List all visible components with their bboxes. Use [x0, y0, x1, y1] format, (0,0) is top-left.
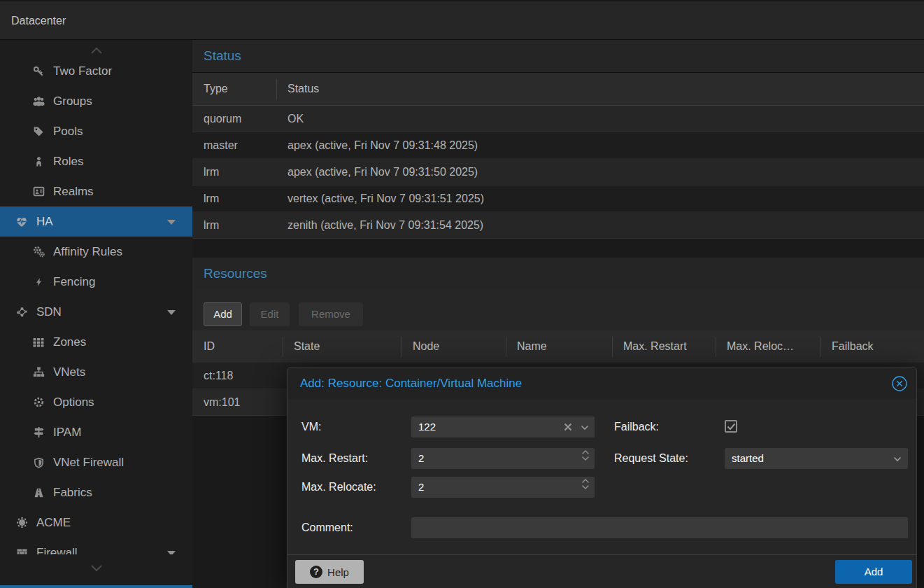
signpost-icon	[32, 426, 45, 439]
proxmox-datacenter-screen: Datacenter Two Factor Groups Pools Roles	[0, 0, 924, 588]
sidebar-item-ipam[interactable]: IPAM	[0, 417, 192, 447]
column-header-max-relocate[interactable]: Max. Reloc…	[727, 330, 794, 363]
sidebar-item-affinity-rules[interactable]: Affinity Rules	[0, 237, 192, 267]
sidebar-item-label: Firewall	[36, 546, 78, 555]
column-header-state[interactable]: State	[294, 330, 320, 363]
max-restart-label: Max. Restart:	[301, 448, 368, 469]
column-divider	[401, 337, 402, 357]
clear-icon[interactable]	[564, 423, 572, 431]
failback-label: Failback:	[614, 416, 659, 438]
failback-checkbox[interactable]	[725, 420, 737, 433]
vm-combobox[interactable]: 122	[411, 416, 595, 438]
cell-id: ct:118	[204, 363, 233, 388]
dialog-add-button[interactable]: Add	[835, 560, 912, 584]
cell-type: lrm	[204, 212, 219, 238]
sidebar-item-firewall[interactable]: Firewall	[0, 538, 192, 554]
spinner-icons[interactable]	[581, 450, 590, 461]
column-header-status[interactable]: Status	[287, 73, 319, 105]
chevron-down-icon[interactable]	[167, 220, 176, 225]
cell-id: vm:101	[204, 389, 240, 415]
sidebar-item-label: Fencing	[53, 275, 95, 289]
comment-label: Comment:	[301, 517, 353, 538]
sidebar-item-two-factor[interactable]: Two Factor	[0, 56, 192, 86]
sidebar-item-label: Zones	[53, 335, 86, 349]
cell-status: OK	[287, 106, 304, 132]
table-row[interactable]: lrm apex (active, Fri Nov 7 09:31:50 202…	[192, 159, 924, 186]
close-icon[interactable]	[891, 375, 908, 392]
column-header-name[interactable]: Name	[517, 330, 547, 363]
sidebar-item-groups[interactable]: Groups	[0, 86, 192, 116]
dialog-title: Add: Resource: Container/Virtual Machine	[300, 368, 522, 399]
remove-button[interactable]: Remove	[299, 302, 363, 326]
dialog-footer-divider	[287, 554, 916, 555]
check-icon	[727, 423, 736, 430]
table-row[interactable]: quorum OK	[192, 106, 924, 132]
max-restart-stepper[interactable]: 2	[411, 448, 595, 469]
sidebar-item-vnet-firewall[interactable]: VNet Firewall	[0, 447, 192, 477]
column-divider	[276, 79, 277, 99]
cell-type: lrm	[204, 186, 219, 211]
chevron-down-icon[interactable]	[167, 310, 176, 315]
sidebar-item-label: SDN	[36, 305, 62, 319]
column-header-node[interactable]: Node	[413, 330, 439, 363]
sidebar-item-label: IPAM	[53, 426, 81, 440]
vm-label: VM:	[301, 416, 321, 438]
sidebar-item-sdn[interactable]: SDN	[0, 297, 192, 327]
column-header-type[interactable]: Type	[204, 73, 228, 105]
sidebar-item-fabrics[interactable]: Fabrics	[0, 477, 192, 507]
chevron-down-icon[interactable]	[167, 551, 176, 554]
table-row[interactable]: lrm vertex (active, Fri Nov 7 09:31:51 2…	[192, 186, 924, 212]
column-header-max-restart[interactable]: Max. Restart	[623, 330, 687, 363]
scroll-down-icon[interactable]	[90, 564, 103, 573]
resources-table-header: ID State Node Name Max. Restart Max. Rel…	[192, 330, 924, 363]
scroll-up-icon[interactable]	[90, 46, 103, 55]
sitemap-icon	[32, 366, 45, 379]
request-state-select[interactable]: started	[725, 448, 908, 469]
gear-icon	[32, 396, 45, 409]
chevron-down-icon[interactable]	[581, 425, 589, 430]
comment-input[interactable]	[411, 517, 908, 538]
add-resource-dialog: Add: Resource: Container/Virtual Machine…	[287, 368, 917, 588]
sidebar-item-acme[interactable]: ACME	[0, 507, 192, 538]
sidebar-item-vnets[interactable]: VNets	[0, 357, 192, 387]
max-relocate-label: Max. Relocate:	[301, 477, 376, 498]
request-state-label: Request State:	[614, 448, 688, 469]
sidebar-item-label: Roles	[53, 155, 83, 169]
edit-button[interactable]: Edit	[250, 302, 290, 326]
status-table-header: Type Status	[192, 73, 924, 106]
resources-toolbar: Add Edit Remove	[192, 290, 924, 330]
request-state-value: started	[732, 452, 764, 464]
person-icon	[32, 155, 45, 168]
tag-icon	[32, 125, 45, 138]
max-relocate-stepper[interactable]: 2	[411, 477, 595, 498]
table-row[interactable]: master apex (active, Fri Nov 7 09:31:48 …	[192, 132, 924, 159]
column-divider	[506, 337, 506, 357]
spinner-icons[interactable]	[581, 479, 590, 489]
sidebar-item-label: Groups	[53, 94, 92, 108]
sidebar-item-realms[interactable]: Realms	[0, 176, 192, 206]
sidebar-item-options[interactable]: Options	[0, 387, 192, 417]
sidebar-item-zones[interactable]: Zones	[0, 327, 192, 357]
help-button[interactable]: ? Help	[295, 560, 364, 584]
sidebar: Two Factor Groups Pools Roles Realms HA	[0, 41, 192, 588]
sidebar-item-roles[interactable]: Roles	[0, 146, 192, 176]
sidebar-item-label: Realms	[53, 185, 94, 199]
column-header-failback[interactable]: Failback	[832, 330, 874, 363]
sidebar-item-ha[interactable]: HA	[0, 206, 192, 237]
chevron-down-icon[interactable]	[893, 456, 902, 462]
column-header-id[interactable]: ID	[204, 330, 215, 363]
sidebar-item-label: VNets	[53, 365, 85, 379]
sidebar-item-pools[interactable]: Pools	[0, 116, 192, 146]
column-divider	[820, 337, 821, 357]
network-icon	[15, 306, 28, 318]
sidebar-item-fencing[interactable]: Fencing	[0, 267, 192, 297]
dialog-title-bar: Add: Resource: Container/Virtual Machine	[287, 368, 916, 399]
sidebar-item-label: Two Factor	[53, 64, 112, 78]
table-row[interactable]: lrm zenith (active, Fri Nov 7 09:31:54 2…	[192, 212, 924, 239]
sidebar-item-label: VNet Firewall	[53, 456, 124, 470]
key-icon	[32, 65, 45, 78]
help-button-label: Help	[327, 566, 349, 578]
grid-icon	[32, 336, 45, 349]
add-button[interactable]: Add	[204, 302, 242, 326]
column-divider	[612, 337, 613, 357]
